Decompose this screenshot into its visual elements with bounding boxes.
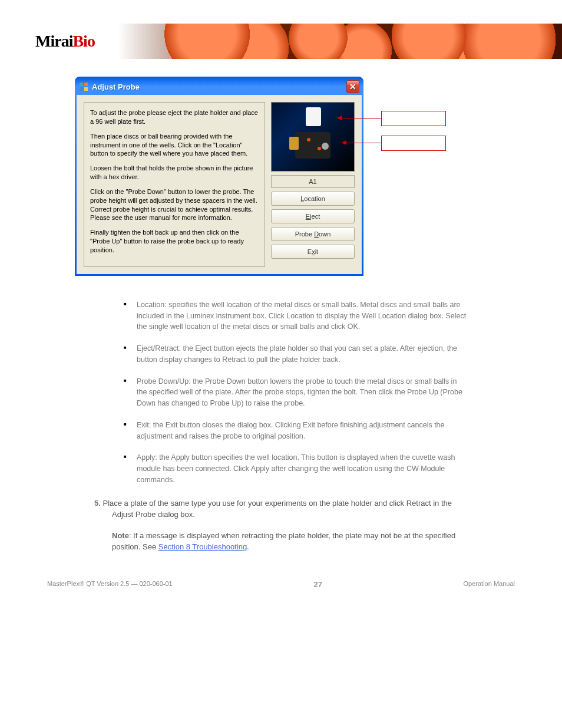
arrowhead-icon [342,140,346,145]
probe-photo [271,102,355,172]
list-item: Apply: the Apply button specifies the we… [124,452,468,485]
instruction-p1: To adjust the probe please eject the pla… [90,108,259,126]
logo-text-bio: Bio [72,32,94,50]
svg-rect-2 [80,87,83,91]
close-button[interactable]: ✕ [346,80,359,93]
svg-rect-1 [84,83,88,86]
logo: MiraiBio [35,32,95,51]
footer-right: Operation Manual [464,580,515,589]
step-number: 5. [94,499,101,508]
dialog-app-icon [79,82,88,91]
exit-button[interactable]: Exit [271,245,355,259]
list-item: Probe Down/Up: the Probe Down button low… [124,376,468,409]
instruction-p3: Loosen the bolt that holds the probe sho… [90,164,259,182]
instruction-p5: Finally tighten the bolt back up and the… [90,228,259,255]
eject-button[interactable]: Eject [271,209,355,223]
annotation-box-1 [381,111,446,126]
troubleshooting-link[interactable]: Section 8 Troubleshooting [158,542,247,551]
location-button[interactable]: Location [271,192,355,206]
document-body: Location: specifies the well location of… [112,299,468,553]
close-icon: ✕ [349,82,356,91]
list-item: Exit: the Exit button closes the dialog … [124,420,468,442]
list-item: Eject/Retract: the Eject button ejects t… [124,343,468,365]
well-location-value: A1 [309,178,316,185]
page-number: 27 [313,580,322,589]
annotation-arrow-2 [346,143,381,143]
note-after: . [247,542,249,551]
instruction-p2: Then place discs or ball bearing provide… [90,132,259,159]
note-paragraph: Note: If a message is displayed when ret… [112,530,468,553]
list-item: Location: specifies the well location of… [124,299,468,332]
logo-text-mirai: Mirai [35,32,72,50]
button-description-list: Location: specifies the well location of… [124,299,468,486]
page-footer: MasterPlex® QT Version 2.5 — 020-060-01 … [0,562,562,601]
step-text: Place a plate of the same type you use f… [103,499,452,519]
dialog-figure: Adjust Probe ✕ To adjust the probe pleas… [75,77,487,276]
header-banner-image [118,24,562,59]
dialog-titlebar[interactable]: Adjust Probe ✕ [77,78,362,95]
well-location-display: A1 [271,175,355,188]
svg-rect-0 [80,83,83,86]
annotation-box-2 [381,136,446,151]
instruction-p4: Click on the "Probe Down" button to lowe… [90,187,259,222]
annotation-arrow-1 [341,118,381,118]
note-label: Note [112,531,129,540]
instructions-panel: To adjust the probe please eject the pla… [84,102,265,267]
page-header: MiraiBio [0,24,562,59]
svg-rect-3 [84,87,88,91]
dialog-right-panel: A1 Location Eject Probe Down Exit [271,102,355,267]
footer-left: MasterPlex® QT Version 2.5 — 020-060-01 [47,580,173,589]
step-5: 5. Place a plate of the same type you us… [112,498,468,521]
probe-down-button[interactable]: Probe Down [271,227,355,241]
dialog-title: Adjust Probe [92,83,346,91]
arrowhead-icon [337,116,342,120]
dialog-body: To adjust the probe please eject the pla… [77,95,362,274]
adjust-probe-dialog: Adjust Probe ✕ To adjust the probe pleas… [75,77,363,276]
